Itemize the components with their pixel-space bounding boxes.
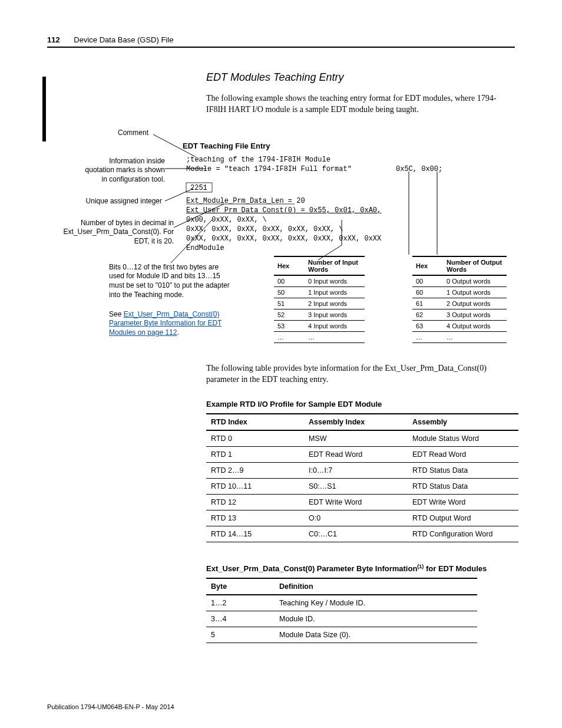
byte-caption-post: for EDT Modules	[424, 564, 487, 573]
table-cell: RTD 12	[206, 494, 304, 510]
table-cell: …	[412, 331, 443, 342]
table-cell: EDT Write Word	[304, 494, 408, 510]
rtd-table: RTD Index Assembly Index Assembly RTD 0M…	[206, 413, 518, 542]
byte-h2: Definition	[275, 578, 477, 595]
table-cell: 4 Input words	[305, 320, 365, 331]
table-cell: C0:…C1	[304, 526, 408, 542]
code-line-2b: 0x5C, 0x00;	[396, 164, 442, 174]
table-cell: 0 Output words	[443, 275, 507, 287]
rtd-h3: Assembly	[408, 414, 518, 430]
table-cell: RTD 2…9	[206, 462, 304, 478]
table-cell: RTD Configuration Word	[408, 526, 518, 542]
byte-intro: The following table provides byte inform…	[206, 363, 509, 386]
table-cell: 3…4	[206, 611, 275, 627]
table-cell: 3 Output words	[443, 309, 507, 320]
table-cell: 51	[274, 298, 305, 309]
publication-footer: Publication 1794-UM064B-EN-P - May 2014	[47, 703, 174, 710]
code-line-5: Ext_User_Prm_Data_Const(0) = 0x55, 0x01,…	[186, 206, 381, 215]
table-cell: 53	[274, 320, 305, 331]
table-cell: …	[274, 331, 305, 342]
diagram-area: Comment Information inside quotation mar…	[47, 127, 515, 345]
table-cell: I:0…I:7	[304, 462, 408, 478]
byte-caption-sup: (1)	[417, 564, 424, 569]
table-cell: Teaching Key / Module ID.	[275, 595, 477, 611]
table-cell: 4 Output words	[443, 320, 507, 331]
code-line-3: 2251	[190, 183, 207, 193]
rtd-h2: Assembly Index	[304, 414, 408, 430]
input-words-table: Hex Number of Input Words 000 Input word…	[274, 256, 365, 343]
table-cell: RTD Status Data	[408, 462, 518, 478]
output-hex-header: Hex	[412, 256, 443, 275]
table-cell: 52	[274, 309, 305, 320]
table-cell: 0 Input words	[305, 275, 365, 287]
table-cell: 3 Input words	[305, 309, 365, 320]
table-cell: 2 Input words	[305, 298, 365, 309]
table-cell: RTD 13	[206, 510, 304, 526]
table-cell: S0:…S1	[304, 478, 408, 494]
table-cell: 00	[274, 275, 305, 287]
table-cell: Module Status Word	[408, 430, 518, 447]
section-title: EDT Modules Teaching Entry	[206, 71, 515, 84]
see-post: .	[177, 328, 178, 337]
table-cell: RTD 1	[206, 446, 304, 462]
table-cell: EDT Write Word	[408, 494, 518, 510]
table-cell: 63	[412, 320, 443, 331]
rtd-h1: RTD Index	[206, 414, 304, 430]
annotation-numbytes: Number of bytes in decimal in Ext_User_P…	[59, 219, 174, 246]
chapter-title: Device Data Base (GSD) File	[74, 35, 173, 44]
table-cell: RTD Status Data	[408, 478, 518, 494]
table-cell: …	[305, 331, 365, 342]
annotation-info: Information inside quotation marks is sh…	[82, 157, 165, 185]
byte-caption: Ext_User_Prm_Data_Const(0) Parameter Byt…	[206, 564, 515, 573]
margin-bar	[42, 77, 46, 141]
byte-caption-pre: Ext_User_Prm_Data_Const(0) Parameter Byt…	[206, 564, 417, 573]
table-cell: EDT Read Word	[304, 446, 408, 462]
table-cell: 50	[274, 286, 305, 298]
input-words-header: Number of Input Words	[305, 256, 365, 275]
teaching-file-heading: EDT Teaching File Entry	[183, 141, 270, 150]
table-cell: 62	[412, 309, 443, 320]
see-pre: See	[109, 310, 124, 318]
table-cell: 1 Input words	[305, 286, 365, 298]
table-cell: RTD Output Word	[408, 510, 518, 526]
table-cell: RTD 0	[206, 430, 304, 447]
code-line-9: EndModule	[186, 243, 224, 253]
table-cell: RTD 10…11	[206, 478, 304, 494]
annotation-unique: Unique assigned integer	[74, 197, 162, 206]
table-cell: RTD 14…15	[206, 526, 304, 542]
table-cell: MSW	[304, 430, 408, 447]
table-cell: …	[443, 331, 507, 342]
table-cell: 1…2	[206, 595, 275, 611]
rtd-caption: Example RTD I/O Profile for Sample EDT M…	[206, 400, 515, 409]
table-cell: Module Data Size (0).	[275, 627, 477, 643]
output-words-header: Number of Output Words	[443, 256, 507, 275]
table-cell: EDT Read Word	[408, 446, 518, 462]
page-number: 112	[47, 35, 60, 44]
table-cell: 2 Output words	[443, 298, 507, 309]
output-words-table: Hex Number of Output Words 000 Output wo…	[412, 256, 507, 343]
page-header: 112 Device Data Base (GSD) File	[47, 35, 515, 48]
table-cell: 60	[412, 286, 443, 298]
intro-paragraph: The following example shows the teaching…	[206, 93, 509, 116]
annotation-comment: Comment	[118, 129, 148, 138]
table-cell: 61	[412, 298, 443, 309]
table-cell: Module ID.	[275, 611, 477, 627]
byte-table: Byte Definition 1…2Teaching Key / Module…	[206, 578, 477, 643]
byte-h1: Byte	[206, 578, 275, 595]
see-note: See Ext_User_Prm_Data_Const(0) Parameter…	[109, 310, 233, 338]
input-hex-header: Hex	[274, 256, 305, 275]
table-cell: O:0	[304, 510, 408, 526]
see-link[interactable]: Ext_User_Prm_Data_Const(0) Parameter Byt…	[109, 310, 222, 337]
table-cell: 00	[412, 275, 443, 287]
code-line-2a: Module = "teach 1794-IF8IH Full format"	[186, 164, 352, 174]
table-cell: 1 Output words	[443, 286, 507, 298]
bits-note: Bits 0…12 of the first two bytes are use…	[109, 263, 233, 299]
table-cell: 5	[206, 627, 275, 643]
